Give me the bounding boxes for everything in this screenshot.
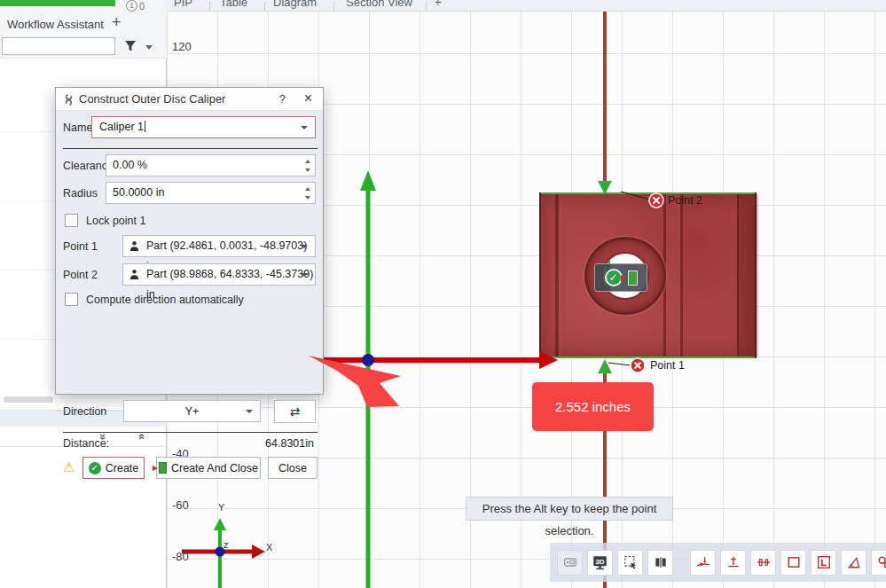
tab-separator (426, 2, 427, 12)
notification-icon: 1 (126, 0, 137, 12)
compute-direction-checkbox[interactable] (65, 293, 78, 306)
create-check-icon: ✓ (89, 462, 101, 474)
point1-dropdown-caret-icon[interactable] (301, 245, 308, 248)
radius-label: Radius (63, 187, 98, 200)
direction-label: Direction (63, 405, 106, 418)
split-view-icon[interactable] (647, 550, 673, 576)
radius-spin-down-icon[interactable] (305, 196, 310, 200)
close-button[interactable]: Close (268, 457, 318, 479)
progress-bar (0, 0, 115, 6)
linked-circles-icon[interactable] (871, 550, 886, 576)
point2-combobox[interactable]: Part (98.9868, 64.8333, -45.3739) in (122, 263, 316, 286)
triad-y-label: Y (218, 502, 224, 513)
point2-dropdown-caret-icon[interactable] (301, 273, 308, 277)
point2-marker[interactable] (649, 193, 663, 208)
rectangle-gauge-icon[interactable] (811, 550, 836, 576)
dialog-separator (63, 432, 318, 433)
workflow-add-button[interactable]: + (112, 13, 122, 32)
y-axis-arrowhead-icon (360, 170, 376, 191)
distance-value: 64.8301in (265, 437, 314, 450)
svg-text:3D: 3D (595, 557, 604, 565)
quick-confirm-overlay: ✓ (594, 263, 647, 292)
create-and-close-icon (159, 462, 167, 474)
point2-connector (621, 192, 650, 200)
horizontal-scrollbar-thumb[interactable] (4, 396, 53, 403)
comparison-point-icon[interactable] (690, 550, 716, 576)
clearance-spin-up-icon[interactable] (305, 160, 310, 163)
point1-connector (608, 363, 631, 365)
tab-separator (264, 2, 265, 12)
distance-label: Distance: (63, 437, 109, 450)
triad-x-label: X (266, 542, 272, 553)
tab-pip[interactable]: PIP (174, 0, 192, 9)
swap-arrows-icon: ⇄ (290, 404, 301, 419)
name-dropdown-caret-icon[interactable] (301, 126, 308, 129)
point2-label: Point 2 (63, 269, 98, 281)
angle-icon[interactable] (841, 550, 866, 576)
3d-scene-icon[interactable]: 3D (587, 550, 613, 576)
quick-create-button[interactable]: ✓ (605, 269, 623, 286)
notification-badge[interactable]: 1 0 (126, 0, 145, 12)
point1-marker[interactable] (631, 358, 645, 372)
ruler-label-neg60: -60 (172, 498, 189, 512)
ruler-label-120: 120 (172, 40, 192, 53)
picked-point-icon (129, 269, 140, 280)
tab-table[interactable]: Table (220, 0, 247, 9)
callout-arrow-icon (302, 349, 417, 415)
ruler-label-neg80: -80 (172, 550, 189, 563)
name-combobox[interactable]: Caliper 1 (91, 116, 316, 138)
close-label: Close (278, 462, 307, 474)
radius-spin-up-icon[interactable] (305, 187, 310, 191)
hint-message: Press the Alt key to keep the point sele… (466, 497, 673, 521)
annotation-display-icon[interactable] (557, 550, 583, 576)
name-value: Caliper 1 (99, 121, 144, 133)
create-label: Create (106, 462, 139, 474)
caliper-icon[interactable] (750, 550, 776, 576)
create-and-close-button[interactable]: Create And Close (156, 457, 261, 479)
caliper-dialog-icon (62, 93, 75, 106)
triad-z-label: z (223, 539, 229, 550)
lock-point1-checkbox[interactable] (65, 214, 78, 227)
warning-icon: ⚠ (63, 459, 74, 475)
create-button[interactable]: ✓ Create (82, 457, 145, 479)
x-axis-arrowhead-icon (539, 351, 558, 369)
tab-diagram[interactable]: Diagram (273, 0, 317, 9)
workflow-assistant-title: Workflow Assistant (7, 18, 104, 31)
picked-point-icon (129, 240, 140, 252)
filter-input[interactable] (2, 37, 115, 55)
filter-dropdown-caret-icon[interactable] (145, 45, 153, 50)
add-tab-button[interactable]: + (435, 0, 442, 9)
tab-section-view[interactable]: Section View (346, 0, 412, 9)
dialog-help-button[interactable]: ? (279, 92, 286, 106)
clearance-spin-down-icon[interactable] (305, 169, 310, 172)
construct-outer-disc-caliper-dialog: Construct Outer Disc Caliper ? × Name Ca… (55, 87, 324, 395)
triad-x-arrowhead-icon (252, 545, 265, 559)
rectangle-selection-icon[interactable] (617, 550, 643, 576)
text-caret (145, 121, 145, 132)
dialog-titlebar[interactable]: Construct Outer Disc Caliper ? × (56, 88, 323, 111)
measurement-callout: 2.552 inches (532, 382, 654, 431)
application-window: PIP Table Diagram Section View + 120 -20… (0, 0, 886, 588)
clearance-value: 0.00 % (113, 159, 147, 171)
rectangle-icon[interactable] (780, 550, 806, 576)
direction-value: Y+ (185, 405, 200, 418)
expand-all-icon[interactable]: » (134, 434, 147, 440)
viewport-toolbar: 3D (550, 543, 886, 582)
direction-dropdown-caret-icon[interactable] (246, 410, 253, 413)
surface-point-icon[interactable] (720, 550, 746, 576)
tab-separator (209, 2, 210, 12)
clearance-input[interactable]: 0.00 % (106, 154, 316, 176)
radius-input[interactable]: 50.0000 in (106, 182, 316, 204)
workflow-panel-header: 1 0 Workflow Assistant + (0, 0, 167, 59)
notification-count: 0 (139, 1, 145, 12)
point1-label: Point 1 (63, 240, 98, 253)
point1-combobox[interactable]: Part (92.4861, 0.0031, -48.9703) in (122, 235, 316, 257)
point1-label: Point 1 (650, 359, 685, 372)
direction-combobox[interactable]: Y+ (123, 400, 261, 422)
filter-funnel-icon[interactable] (123, 39, 137, 53)
direction-arrowhead-up-icon (598, 359, 612, 373)
compute-direction-label: Compute direction automatically (86, 294, 244, 306)
create-and-close-label: Create And Close (171, 462, 258, 474)
dialog-close-icon[interactable]: × (304, 90, 312, 106)
quick-create-and-close-button[interactable] (628, 270, 638, 286)
